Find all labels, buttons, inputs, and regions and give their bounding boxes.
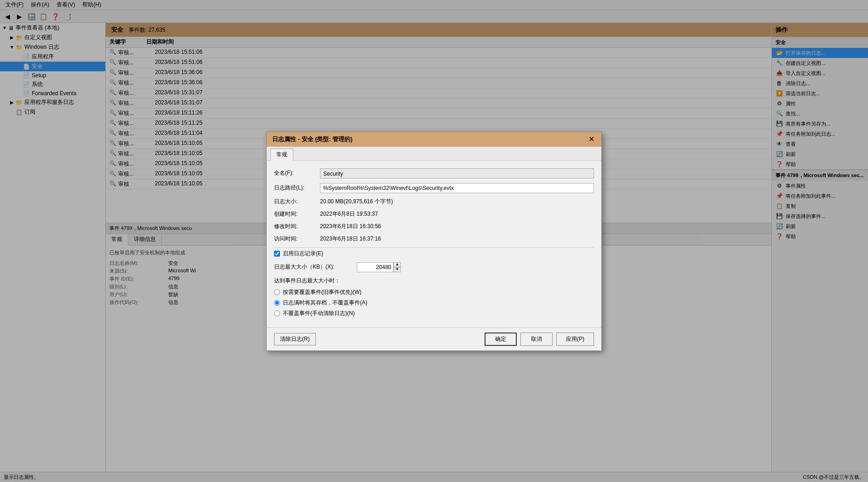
input-logpath[interactable]: [320, 183, 594, 193]
spin-up[interactable]: ▲: [394, 262, 401, 267]
modal-close-button[interactable]: ✕: [587, 135, 596, 144]
label-createtime: 创建时间:: [274, 210, 320, 218]
enable-logging-label: 启用日志记录(E): [283, 250, 323, 258]
log-properties-modal: 日志属性 - 安全 (类型: 管理的) ✕ 常规 全名(F): Security…: [266, 132, 602, 351]
when-max-label: 达到事件日志最大大小时：: [274, 277, 594, 285]
form-row-fullname: 全名(F): Security: [274, 168, 594, 178]
spin-down[interactable]: ▼: [394, 267, 401, 272]
form-row-modifytime: 修改时间: 2023年6月18日 16:30:56: [274, 223, 594, 230]
label-accesstime: 访问时间:: [274, 235, 320, 243]
form-row-maxsize: 日志最大大小（KB）(X): ▲ ▼: [274, 262, 594, 272]
input-fullname: Security: [320, 168, 594, 178]
radio-label-2: 不覆盖事件(手动清除日志)(N): [283, 310, 355, 317]
radio-overwrite-old[interactable]: [274, 289, 280, 295]
modal-titlebar: 日志属性 - 安全 (类型: 管理的) ✕: [267, 132, 601, 147]
label-modifytime: 修改时间:: [274, 223, 320, 230]
radio-archive[interactable]: [274, 300, 280, 306]
modal-tabs: 常规: [267, 147, 601, 161]
form-row-accesstime: 访问时间: 2023年6月18日 16:37:16: [274, 235, 594, 243]
radio-label-0: 按需要覆盖事件(旧事件优先)(W): [283, 288, 361, 296]
apply-button[interactable]: 应用(P): [556, 333, 594, 346]
label-logpath: 日志路径(L):: [274, 184, 320, 192]
enable-logging-checkbox[interactable]: [274, 251, 280, 257]
spinbox-maxsize[interactable]: [357, 262, 394, 272]
value-modifytime: 2023年6月18日 16:30:56: [320, 223, 594, 230]
modal-overlay: 日志属性 - 安全 (类型: 管理的) ✕ 常规 全名(F): Security…: [0, 0, 868, 482]
modal-tab-general[interactable]: 常规: [270, 149, 293, 161]
value-createtime: 2022年6月8日 19:53:37: [320, 210, 594, 218]
label-fullname: 全名(F):: [274, 169, 320, 177]
modal-title: 日志属性 - 安全 (类型: 管理的): [272, 135, 353, 143]
cancel-button[interactable]: 取消: [520, 333, 553, 346]
form-row-logpath: 日志路径(L):: [274, 183, 594, 193]
spinbox-container: ▲ ▼: [357, 262, 401, 272]
value-accesstime: 2023年6月18日 16:37:16: [320, 235, 594, 243]
enable-logging-row: 启用日志记录(E): [274, 250, 594, 258]
form-row-logsize: 日志大小: 20.00 MB(20,975,616 个字节): [274, 198, 594, 206]
modal-footer: 清除日志(R) 确定 取消 应用(P): [267, 327, 601, 350]
ok-button[interactable]: 确定: [485, 333, 517, 346]
modal-body: 全名(F): Security 日志路径(L): 日志大小: 20.00 MB(…: [267, 161, 601, 327]
modal-footer-right: 确定 取消 应用(P): [485, 333, 594, 346]
radio-label-1: 日志满时将其存档，不覆盖事件(A): [283, 299, 367, 307]
label-logsize: 日志大小:: [274, 198, 320, 206]
radio-row-1: 日志满时将其存档，不覆盖事件(A): [274, 299, 594, 307]
clear-log-button[interactable]: 清除日志(R): [274, 333, 316, 345]
radio-row-2: 不覆盖事件(手动清除日志)(N): [274, 310, 594, 317]
label-maxsize: 日志最大大小（KB）(X):: [274, 263, 357, 271]
value-logsize: 20.00 MB(20,975,616 个字节): [320, 198, 594, 206]
spin-buttons: ▲ ▼: [394, 262, 401, 272]
radio-row-0: 按需要覆盖事件(旧事件优先)(W): [274, 288, 594, 296]
radio-no-overwrite[interactable]: [274, 310, 280, 316]
form-row-createtime: 创建时间: 2022年6月8日 19:53:37: [274, 210, 594, 218]
